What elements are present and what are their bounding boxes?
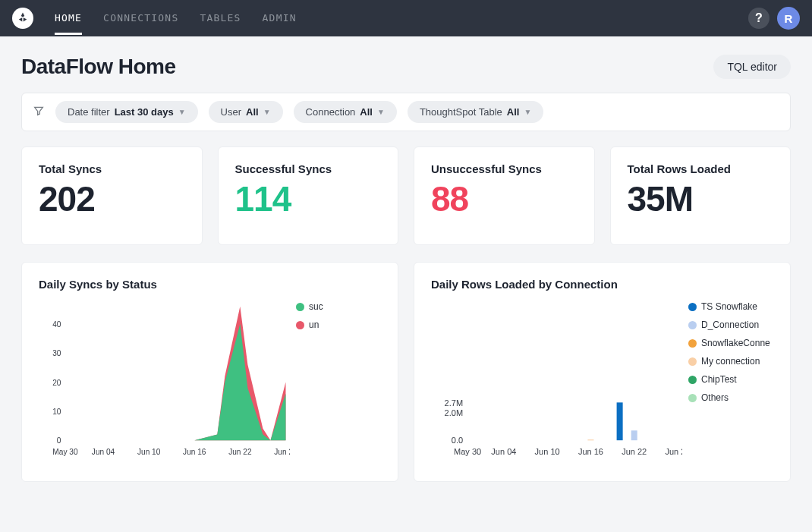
legend-item[interactable]: D_Connection	[688, 320, 773, 330]
filter-user[interactable]: User All ▼	[209, 101, 283, 123]
tql-editor-button[interactable]: TQL editor	[713, 55, 791, 79]
nav-tables[interactable]: TABLES	[200, 2, 241, 35]
svg-text:Jun 04: Jun 04	[92, 447, 115, 457]
chevron-down-icon: ▼	[524, 108, 531, 116]
legend-item[interactable]: Others	[688, 392, 773, 403]
filter-user-label: User	[221, 106, 241, 118]
chart-plot: 0.02.0M2.7MMay 30Jun 04Jun 10Jun 16Jun 2…	[431, 301, 682, 463]
svg-text:Jun 10: Jun 10	[535, 447, 560, 456]
card-label: Unsuccessful Syncs	[431, 162, 578, 175]
chart-daily-rows[interactable]: Daily Rows Loaded by Connection 0.02.0M2…	[414, 262, 791, 482]
svg-text:May 30: May 30	[52, 447, 77, 457]
svg-text:May 30: May 30	[454, 447, 481, 456]
filter-table-label: ThoughtSpot Table	[420, 106, 502, 118]
legend-label: Others	[701, 392, 729, 403]
filter-date-label: Date filter	[68, 106, 110, 118]
legend-item[interactable]: SnowflakeConne	[688, 338, 773, 348]
svg-text:Jun 28: Jun 28	[274, 447, 290, 457]
chart-title: Daily Syncs by Status	[39, 278, 381, 291]
filter-connection-label: Connection	[306, 106, 356, 118]
legend-dot-icon	[688, 376, 697, 384]
filter-table[interactable]: ThoughtSpot Table All ▼	[408, 101, 543, 123]
filter-user-value: All	[246, 106, 259, 118]
legend-label: ChipTest	[701, 374, 737, 385]
legend-dot-icon	[296, 321, 304, 329]
card-total-syncs[interactable]: Total Syncs 202	[21, 146, 203, 245]
svg-rect-20	[617, 402, 623, 440]
legend-label: D_Connection	[701, 320, 759, 330]
legend-label: suc	[309, 301, 323, 312]
filter-date-value: Last 30 days	[115, 106, 174, 118]
filter-date[interactable]: Date filter Last 30 days ▼	[55, 101, 198, 123]
card-label: Successful Syncs	[235, 162, 382, 175]
svg-text:Jun 22: Jun 22	[622, 447, 647, 456]
filter-connection[interactable]: Connection All ▼	[294, 101, 397, 123]
nav-items: HOME CONNECTIONS TABLES ADMIN	[55, 2, 297, 35]
legend-dot-icon	[688, 394, 697, 402]
chart-plot: 010203040May 30Jun 04Jun 10Jun 16Jun 22J…	[39, 301, 290, 463]
user-avatar[interactable]: R	[777, 7, 800, 30]
chart-title: Daily Rows Loaded by Connection	[431, 278, 773, 291]
legend-item[interactable]: ChipTest	[688, 374, 773, 385]
card-value: 114	[235, 181, 382, 216]
nav-home[interactable]: HOME	[55, 2, 82, 35]
card-label: Total Rows Loaded	[628, 162, 774, 175]
top-nav: HOME CONNECTIONS TABLES ADMIN ? R	[0, 0, 812, 36]
filter-bar: Date filter Last 30 days ▼ User All ▼ Co…	[21, 93, 791, 131]
chart-legend: sucun	[290, 301, 381, 463]
svg-text:Jun 16: Jun 16	[578, 447, 603, 456]
filter-table-value: All	[507, 106, 520, 118]
legend-dot-icon	[688, 357, 697, 366]
svg-text:40: 40	[52, 319, 61, 329]
chart-row: Daily Syncs by Status 010203040May 30Jun…	[21, 262, 791, 482]
filter-connection-value: All	[360, 106, 373, 118]
card-value: 35M	[628, 181, 774, 216]
card-value: 88	[431, 181, 578, 216]
nav-admin[interactable]: ADMIN	[263, 2, 297, 35]
chevron-down-icon: ▼	[377, 108, 385, 116]
svg-rect-22	[587, 439, 593, 440]
legend-item[interactable]: My connection	[688, 356, 773, 367]
svg-text:Jun 04: Jun 04	[491, 447, 516, 456]
legend-dot-icon	[296, 303, 304, 311]
svg-text:20: 20	[52, 377, 61, 387]
svg-text:Jun 16: Jun 16	[183, 447, 206, 457]
legend-dot-icon	[688, 321, 697, 329]
legend-item[interactable]: suc	[296, 301, 381, 312]
svg-text:Jun 28: Jun 28	[665, 447, 682, 456]
card-successful-syncs[interactable]: Successful Syncs 114	[218, 146, 399, 245]
chevron-down-icon: ▼	[178, 108, 186, 116]
svg-text:Jun 10: Jun 10	[137, 447, 160, 457]
chart-legend: TS SnowflakeD_ConnectionSnowflakeConneMy…	[682, 301, 773, 463]
card-label: Total Syncs	[39, 162, 185, 175]
legend-label: My connection	[701, 356, 760, 367]
logo-icon[interactable]	[12, 8, 33, 29]
legend-item[interactable]: un	[296, 320, 381, 330]
page-title: DataFlow Home	[21, 55, 176, 79]
chevron-down-icon: ▼	[263, 108, 271, 116]
svg-rect-21	[631, 430, 637, 440]
svg-text:0: 0	[57, 436, 61, 445]
card-rows-loaded[interactable]: Total Rows Loaded 35M	[610, 146, 792, 245]
svg-text:Jun 22: Jun 22	[228, 447, 251, 457]
help-button[interactable]: ?	[748, 8, 770, 29]
card-unsuccessful-syncs[interactable]: Unsuccessful Syncs 88	[414, 146, 595, 245]
card-value: 202	[39, 181, 185, 216]
legend-dot-icon	[688, 303, 697, 311]
legend-label: SnowflakeConne	[701, 338, 770, 348]
nav-connections[interactable]: CONNECTIONS	[103, 2, 178, 35]
legend-label: TS Snowflake	[701, 301, 757, 312]
metric-cards: Total Syncs 202 Successful Syncs 114 Uns…	[21, 146, 791, 245]
filter-icon	[33, 105, 45, 120]
svg-text:0.0: 0.0	[452, 436, 463, 445]
legend-item[interactable]: TS Snowflake	[688, 301, 773, 312]
legend-label: un	[309, 320, 319, 330]
svg-text:30: 30	[52, 348, 61, 358]
svg-text:2.0M: 2.0M	[445, 408, 463, 417]
page-header: DataFlow Home TQL editor	[21, 55, 791, 79]
legend-dot-icon	[688, 339, 697, 348]
svg-text:10: 10	[52, 406, 61, 416]
chart-daily-syncs[interactable]: Daily Syncs by Status 010203040May 30Jun…	[21, 262, 398, 482]
svg-text:2.7M: 2.7M	[445, 398, 463, 407]
